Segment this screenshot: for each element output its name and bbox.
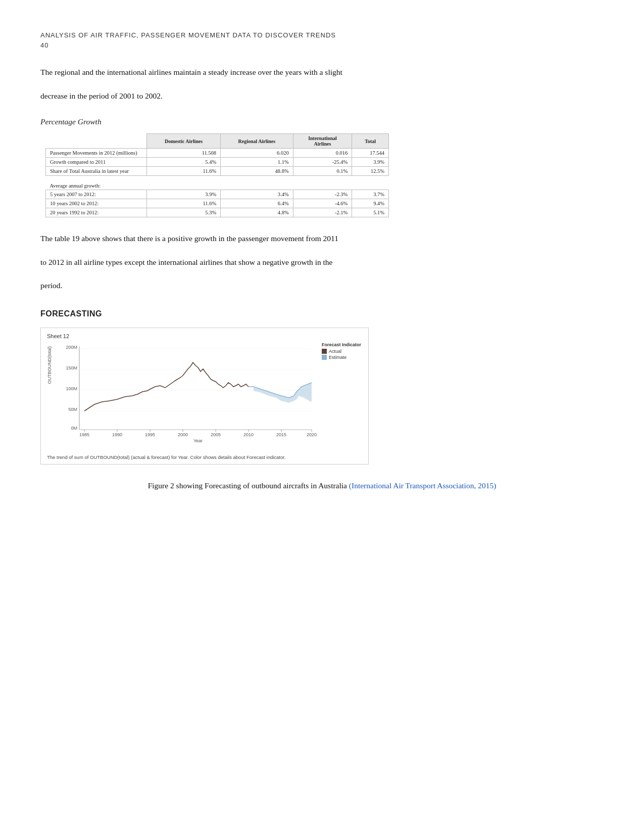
svg-text:2020: 2020 bbox=[307, 432, 317, 437]
chart-y-label: OUTBOUND(total) bbox=[47, 346, 52, 384]
table-label-row: Average annual growth: bbox=[46, 180, 389, 190]
table-row: 5 years 2007 to 2012: 3.9% 3.4% -2.3% 3.… bbox=[46, 190, 389, 199]
forecasting-chart: Sheet 12 Forecast Indicator Actual Estim… bbox=[40, 328, 369, 465]
table-row: Share of Total Australia in latest year … bbox=[46, 167, 389, 176]
svg-text:2015: 2015 bbox=[276, 432, 286, 437]
chart-title: Sheet 12 bbox=[47, 333, 362, 339]
legend-estimate-label: Estimate bbox=[329, 355, 346, 360]
figure-caption-normal: Figure 2 showing Forecasting of outbound… bbox=[148, 481, 347, 490]
chart-svg-area: OUTBOUND(total) 200M 150M 100M 50M 0M 19… bbox=[47, 341, 362, 452]
chart-legend: Forecast Indicator Actual Estimate bbox=[322, 342, 361, 361]
table-row: 20 years 1992 to 2012: 5.3% 4.8% -2.1% 5… bbox=[46, 208, 389, 217]
svg-text:200M: 200M bbox=[66, 345, 77, 350]
percentage-growth-table: Domestic Airlines Regional Airlines Inte… bbox=[45, 133, 389, 217]
table-row: 10 years 2002 to 2012: 11.6% 6.4% -4.6% … bbox=[46, 199, 389, 208]
body-paragraph2: decrease in the period of 2001 to 2002. bbox=[40, 89, 604, 104]
legend-actual-box bbox=[322, 349, 327, 354]
svg-text:100M: 100M bbox=[66, 386, 77, 391]
body-paragraph5: period. bbox=[40, 279, 604, 293]
chart-caption: The trend of sum of OUTBOUND(total) (act… bbox=[47, 454, 362, 460]
svg-text:2010: 2010 bbox=[243, 432, 254, 437]
chart-svg: 200M 150M 100M 50M 0M 1985 1990 1995 200… bbox=[54, 341, 337, 452]
svg-text:1995: 1995 bbox=[145, 432, 155, 437]
percentage-growth-table-wrapper: Domestic Airlines Regional Airlines Inte… bbox=[40, 133, 604, 217]
col-international: InternationalAirlines bbox=[293, 134, 352, 149]
body-paragraph4: to 2012 in all airline types except the … bbox=[40, 255, 604, 270]
svg-text:2005: 2005 bbox=[211, 432, 221, 437]
svg-text:Year: Year bbox=[193, 438, 203, 443]
header-line2: 40 bbox=[40, 41, 48, 49]
figure-caption-link[interactable]: (International Air Transport Association… bbox=[349, 481, 496, 490]
table-row: Passenger Movements in 2012 (millions) 1… bbox=[46, 149, 389, 158]
body-paragraph3: The table 19 above shows that there is a… bbox=[40, 231, 604, 246]
header-line1: ANALYSIS OF AIR TRAFFIC, PASSENGER MOVEM… bbox=[40, 31, 336, 39]
legend-estimate-box bbox=[322, 355, 327, 360]
svg-text:2000: 2000 bbox=[178, 432, 188, 437]
table-spacer-row bbox=[46, 176, 389, 180]
col-domestic: Domestic Airlines bbox=[147, 134, 221, 149]
figure-caption: Figure 2 showing Forecasting of outbound… bbox=[40, 479, 604, 493]
chart-estimate-area bbox=[254, 383, 312, 403]
percentage-growth-heading: Percentage Growth bbox=[40, 117, 604, 126]
svg-text:1990: 1990 bbox=[112, 432, 122, 437]
page-header: ANALYSIS OF AIR TRAFFIC, PASSENGER MOVEM… bbox=[40, 30, 604, 50]
chart-actual-line bbox=[84, 362, 249, 411]
forecasting-heading: FORECASTING bbox=[40, 309, 604, 318]
legend-actual: Actual bbox=[322, 349, 361, 354]
col-total: Total bbox=[352, 134, 389, 149]
col-regional: Regional Airlines bbox=[221, 134, 293, 149]
legend-title: Forecast Indicator bbox=[322, 342, 361, 347]
svg-text:150M: 150M bbox=[66, 365, 77, 370]
table-row: Growth compared to 2011 5.4% 1.1% -25.4%… bbox=[46, 158, 389, 167]
legend-estimate: Estimate bbox=[322, 355, 361, 360]
legend-actual-label: Actual bbox=[329, 349, 341, 354]
svg-text:1985: 1985 bbox=[79, 432, 89, 437]
svg-text:0M: 0M bbox=[71, 426, 77, 431]
svg-text:50M: 50M bbox=[68, 407, 77, 412]
body-paragraph1: The regional and the international airli… bbox=[40, 65, 604, 80]
